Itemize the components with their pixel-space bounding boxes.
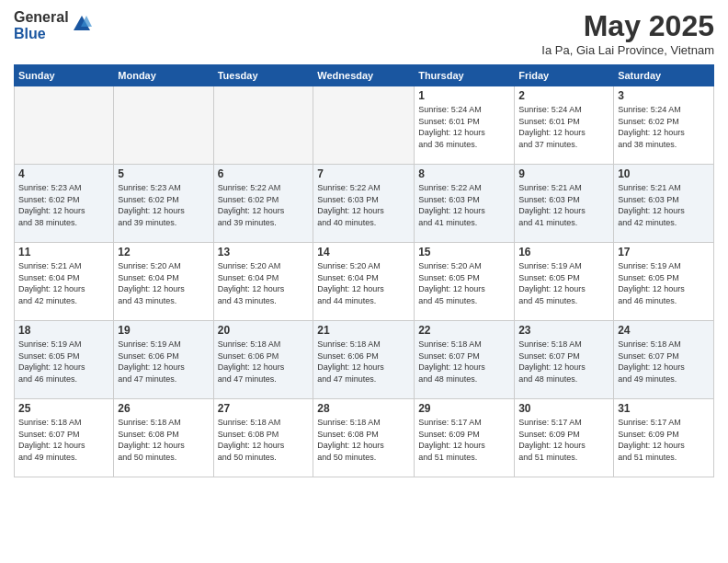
day-info: Sunrise: 5:20 AM Sunset: 6:04 PM Dayligh… <box>317 260 410 306</box>
calendar-week-row: 4Sunrise: 5:23 AM Sunset: 6:02 PM Daylig… <box>15 165 714 243</box>
day-number: 22 <box>418 324 510 337</box>
table-row <box>213 86 313 165</box>
day-number: 31 <box>618 402 710 415</box>
calendar-header-row: Sunday Monday Tuesday Wednesday Thursday… <box>15 65 714 86</box>
day-info: Sunrise: 5:18 AM Sunset: 6:07 PM Dayligh… <box>618 339 710 385</box>
table-row: 21Sunrise: 5:18 AM Sunset: 6:06 PM Dayli… <box>313 321 415 399</box>
table-row <box>313 86 415 165</box>
day-number: 13 <box>218 246 310 259</box>
day-number: 2 <box>518 89 609 102</box>
day-number: 4 <box>18 167 109 180</box>
day-number: 9 <box>518 167 609 180</box>
table-row: 12Sunrise: 5:20 AM Sunset: 6:04 PM Dayli… <box>114 243 213 321</box>
table-row: 20Sunrise: 5:18 AM Sunset: 6:06 PM Dayli… <box>213 321 313 399</box>
table-row: 16Sunrise: 5:19 AM Sunset: 6:05 PM Dayli… <box>515 243 614 321</box>
table-row: 23Sunrise: 5:18 AM Sunset: 6:07 PM Dayli… <box>515 321 614 399</box>
table-row: 31Sunrise: 5:17 AM Sunset: 6:09 PM Dayli… <box>614 399 714 477</box>
day-info: Sunrise: 5:17 AM Sunset: 6:09 PM Dayligh… <box>618 417 710 463</box>
table-row: 10Sunrise: 5:21 AM Sunset: 6:03 PM Dayli… <box>614 165 714 243</box>
table-row: 8Sunrise: 5:22 AM Sunset: 6:03 PM Daylig… <box>415 165 515 243</box>
day-info: Sunrise: 5:18 AM Sunset: 6:07 PM Dayligh… <box>518 339 609 385</box>
table-row <box>114 86 213 165</box>
calendar-week-row: 1Sunrise: 5:24 AM Sunset: 6:01 PM Daylig… <box>15 86 714 165</box>
day-number: 1 <box>418 89 510 102</box>
day-info: Sunrise: 5:19 AM Sunset: 6:05 PM Dayligh… <box>518 260 609 306</box>
table-row: 22Sunrise: 5:18 AM Sunset: 6:07 PM Dayli… <box>415 321 515 399</box>
day-info: Sunrise: 5:22 AM Sunset: 6:03 PM Dayligh… <box>317 182 410 228</box>
table-row: 9Sunrise: 5:21 AM Sunset: 6:03 PM Daylig… <box>515 165 614 243</box>
title-block: May 2025 Ia Pa, Gia Lai Province, Vietna… <box>541 9 714 57</box>
day-info: Sunrise: 5:20 AM Sunset: 6:05 PM Dayligh… <box>418 260 510 306</box>
day-info: Sunrise: 5:18 AM Sunset: 6:07 PM Dayligh… <box>418 339 510 385</box>
table-row: 15Sunrise: 5:20 AM Sunset: 6:05 PM Dayli… <box>415 243 515 321</box>
day-number: 20 <box>218 324 310 337</box>
table-row: 25Sunrise: 5:18 AM Sunset: 6:07 PM Dayli… <box>15 399 114 477</box>
day-number: 29 <box>418 402 510 415</box>
day-info: Sunrise: 5:20 AM Sunset: 6:04 PM Dayligh… <box>118 260 209 306</box>
table-row: 6Sunrise: 5:22 AM Sunset: 6:02 PM Daylig… <box>213 165 313 243</box>
day-info: Sunrise: 5:18 AM Sunset: 6:06 PM Dayligh… <box>317 339 410 385</box>
day-info: Sunrise: 5:23 AM Sunset: 6:02 PM Dayligh… <box>118 182 209 228</box>
table-row: 3Sunrise: 5:24 AM Sunset: 6:02 PM Daylig… <box>614 86 714 165</box>
day-number: 26 <box>118 402 209 415</box>
col-thursday: Thursday <box>415 65 515 86</box>
logo-text: General Blue <box>14 9 69 41</box>
table-row: 5Sunrise: 5:23 AM Sunset: 6:02 PM Daylig… <box>114 165 213 243</box>
day-number: 10 <box>618 167 710 180</box>
day-number: 16 <box>518 246 609 259</box>
header: General Blue May 2025 Ia Pa, Gia Lai Pro… <box>14 9 714 57</box>
day-info: Sunrise: 5:19 AM Sunset: 6:06 PM Dayligh… <box>118 339 209 385</box>
day-number: 19 <box>118 324 209 337</box>
table-row: 2Sunrise: 5:24 AM Sunset: 6:01 PM Daylig… <box>515 86 614 165</box>
day-number: 23 <box>518 324 609 337</box>
day-number: 30 <box>518 402 609 415</box>
day-number: 25 <box>18 402 109 415</box>
day-info: Sunrise: 5:18 AM Sunset: 6:06 PM Dayligh… <box>218 339 310 385</box>
col-friday: Friday <box>515 65 614 86</box>
day-info: Sunrise: 5:24 AM Sunset: 6:01 PM Dayligh… <box>418 104 510 150</box>
day-number: 7 <box>317 167 410 180</box>
table-row: 17Sunrise: 5:19 AM Sunset: 6:05 PM Dayli… <box>614 243 714 321</box>
month-title: May 2025 <box>541 9 714 43</box>
day-info: Sunrise: 5:21 AM Sunset: 6:03 PM Dayligh… <box>518 182 609 228</box>
calendar-week-row: 11Sunrise: 5:21 AM Sunset: 6:04 PM Dayli… <box>15 243 714 321</box>
day-info: Sunrise: 5:18 AM Sunset: 6:08 PM Dayligh… <box>218 417 310 463</box>
day-number: 8 <box>418 167 510 180</box>
day-info: Sunrise: 5:21 AM Sunset: 6:03 PM Dayligh… <box>618 182 710 228</box>
col-wednesday: Wednesday <box>313 65 415 86</box>
day-number: 14 <box>317 246 410 259</box>
day-number: 6 <box>218 167 310 180</box>
col-monday: Monday <box>114 65 213 86</box>
day-number: 15 <box>418 246 510 259</box>
table-row: 4Sunrise: 5:23 AM Sunset: 6:02 PM Daylig… <box>15 165 114 243</box>
day-info: Sunrise: 5:17 AM Sunset: 6:09 PM Dayligh… <box>418 417 510 463</box>
day-info: Sunrise: 5:20 AM Sunset: 6:04 PM Dayligh… <box>218 260 310 306</box>
logo-general: General <box>14 9 69 26</box>
table-row: 19Sunrise: 5:19 AM Sunset: 6:06 PM Dayli… <box>114 321 213 399</box>
day-number: 17 <box>618 246 710 259</box>
table-row: 27Sunrise: 5:18 AM Sunset: 6:08 PM Dayli… <box>213 399 313 477</box>
day-number: 27 <box>218 402 310 415</box>
day-info: Sunrise: 5:18 AM Sunset: 6:08 PM Dayligh… <box>317 417 410 463</box>
day-info: Sunrise: 5:24 AM Sunset: 6:01 PM Dayligh… <box>518 104 609 150</box>
calendar-week-row: 25Sunrise: 5:18 AM Sunset: 6:07 PM Dayli… <box>15 399 714 477</box>
day-info: Sunrise: 5:22 AM Sunset: 6:03 PM Dayligh… <box>418 182 510 228</box>
location: Ia Pa, Gia Lai Province, Vietnam <box>541 43 714 57</box>
table-row: 24Sunrise: 5:18 AM Sunset: 6:07 PM Dayli… <box>614 321 714 399</box>
day-info: Sunrise: 5:23 AM Sunset: 6:02 PM Dayligh… <box>18 182 109 228</box>
col-saturday: Saturday <box>614 65 714 86</box>
table-row: 11Sunrise: 5:21 AM Sunset: 6:04 PM Dayli… <box>15 243 114 321</box>
table-row: 13Sunrise: 5:20 AM Sunset: 6:04 PM Dayli… <box>213 243 313 321</box>
day-number: 18 <box>18 324 109 337</box>
day-number: 3 <box>618 89 710 102</box>
logo: General Blue <box>14 9 92 41</box>
day-info: Sunrise: 5:19 AM Sunset: 6:05 PM Dayligh… <box>18 339 109 385</box>
table-row: 28Sunrise: 5:18 AM Sunset: 6:08 PM Dayli… <box>313 399 415 477</box>
day-number: 28 <box>317 402 410 415</box>
day-info: Sunrise: 5:21 AM Sunset: 6:04 PM Dayligh… <box>18 260 109 306</box>
day-number: 11 <box>18 246 109 259</box>
day-number: 5 <box>118 167 209 180</box>
table-row <box>15 86 114 165</box>
day-info: Sunrise: 5:18 AM Sunset: 6:07 PM Dayligh… <box>18 417 109 463</box>
table-row: 29Sunrise: 5:17 AM Sunset: 6:09 PM Dayli… <box>415 399 515 477</box>
